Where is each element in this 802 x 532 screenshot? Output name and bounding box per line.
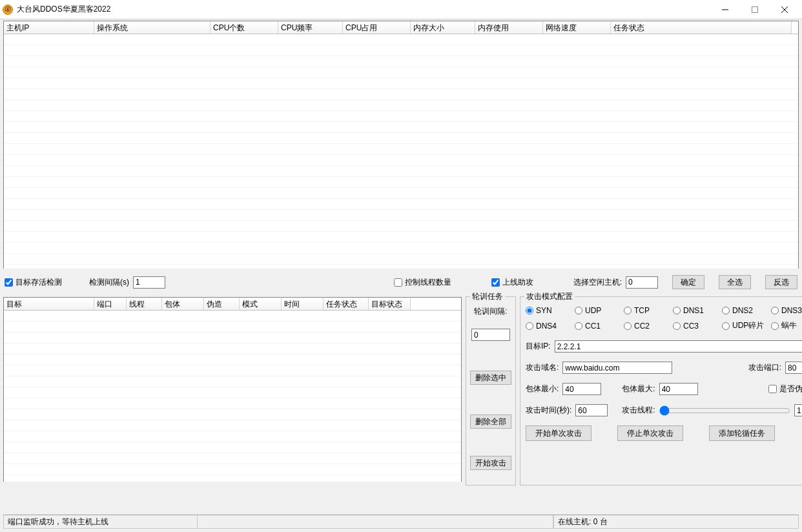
mode-radio-cc1[interactable]: CC1 (575, 320, 621, 331)
column-header[interactable]: 内存大小 (411, 21, 475, 34)
table-row[interactable] (4, 232, 798, 243)
table-row[interactable] (4, 365, 461, 376)
table-row[interactable] (4, 254, 798, 265)
table-row[interactable] (4, 111, 798, 122)
table-row[interactable] (4, 45, 798, 56)
column-header[interactable]: CPU频率 (278, 21, 343, 34)
table-row[interactable] (4, 166, 798, 177)
mode-radio-tcp[interactable]: TCP (624, 306, 670, 315)
poll-interval-input[interactable] (471, 329, 510, 341)
domain-input[interactable] (562, 362, 672, 374)
table-row[interactable] (4, 464, 461, 475)
attack-config-group: 攻击模式配置 SYNUDPTCPDNS1DNS2DNS3 DNS4CC1CC2C… (520, 296, 802, 486)
table-row[interactable] (4, 354, 461, 365)
time-input[interactable] (575, 404, 608, 416)
table-row[interactable] (4, 199, 798, 210)
invert-select-button[interactable]: 反选 (765, 275, 797, 289)
table-row[interactable] (4, 431, 461, 442)
select-all-button[interactable]: 全选 (719, 275, 751, 289)
table-row[interactable] (4, 332, 461, 343)
table-row[interactable] (4, 420, 461, 431)
mode-radio-cc2[interactable]: CC2 (624, 320, 670, 331)
idle-host-input[interactable] (626, 276, 658, 289)
table-row[interactable] (4, 56, 798, 67)
table-row[interactable] (4, 322, 461, 332)
start-attack-button[interactable]: 开始攻击 (470, 456, 511, 470)
target-list[interactable]: 目标端口线程包体伪造模式时间任务状态目标状态 (3, 297, 462, 482)
online-assist-checkbox[interactable]: 上线助攻 (491, 277, 533, 288)
table-row[interactable] (4, 376, 461, 387)
pkt-min-input[interactable] (562, 383, 601, 395)
table-row[interactable] (4, 409, 461, 420)
close-button[interactable] (770, 0, 799, 19)
mode-radio-dns3[interactable]: DNS3 (771, 306, 802, 315)
column-header[interactable]: 伪造 (204, 298, 240, 310)
table-row[interactable] (4, 311, 461, 322)
maximize-button[interactable] (740, 0, 770, 19)
interval-label: 检测间隔(s) (89, 277, 129, 288)
forge-ip-checkbox[interactable]: 是否伪造IP (768, 384, 802, 394)
table-row[interactable] (4, 243, 798, 254)
column-header[interactable]: 时间 (282, 298, 324, 310)
table-row[interactable] (4, 144, 798, 155)
column-header[interactable]: 主机IP (4, 21, 94, 34)
table-row[interactable] (4, 67, 798, 78)
table-row[interactable] (4, 78, 798, 89)
add-poll-task-button[interactable]: 添加轮循任务 (709, 425, 775, 441)
column-header[interactable]: 内存使用 (475, 21, 543, 34)
column-header[interactable]: CPU占用 (343, 21, 411, 34)
table-row[interactable] (4, 453, 461, 464)
column-header[interactable]: 任务状态 (611, 21, 792, 34)
table-row[interactable] (4, 177, 798, 188)
column-header[interactable]: 包体 (162, 298, 204, 310)
mode-radio-蜗牛[interactable]: 蜗牛 (771, 320, 802, 331)
start-single-button[interactable]: 开始单次攻击 (526, 425, 591, 441)
target-ip-input[interactable] (555, 340, 802, 353)
table-row[interactable] (4, 100, 798, 111)
column-header[interactable]: 模式 (240, 298, 282, 310)
column-header[interactable]: 线程 (127, 298, 162, 310)
interval-input[interactable] (133, 276, 165, 289)
status-mid (197, 515, 553, 529)
table-row[interactable] (4, 155, 798, 166)
delete-selected-button[interactable]: 删除选中 (470, 371, 511, 385)
column-header[interactable]: 操作系统 (94, 21, 211, 34)
pkt-max-input[interactable] (659, 383, 698, 395)
table-row[interactable] (4, 387, 461, 398)
host-list[interactable]: 主机IP操作系统CPU个数CPU频率CPU占用内存大小内存使用网络速度任务状态 (3, 21, 799, 269)
threads-value-input[interactable] (794, 404, 802, 416)
table-row[interactable] (4, 210, 798, 221)
port-input[interactable] (785, 362, 802, 374)
mode-radio-udp[interactable]: UDP (575, 306, 621, 315)
column-header[interactable]: 目标状态 (369, 298, 411, 310)
column-header[interactable]: 网络速度 (543, 21, 611, 34)
mode-radio-syn[interactable]: SYN (526, 306, 572, 315)
pkt-min-label: 包体最小: (526, 384, 559, 394)
table-row[interactable] (4, 442, 461, 453)
alive-check-checkbox[interactable]: 目标存活检测 (5, 277, 62, 288)
table-row[interactable] (4, 398, 461, 409)
table-row[interactable] (4, 221, 798, 232)
column-header[interactable]: 任务状态 (324, 298, 369, 310)
minimize-button[interactable] (710, 0, 740, 19)
column-header[interactable]: 目标 (4, 298, 94, 310)
stop-single-button[interactable]: 停止单次攻击 (617, 425, 683, 441)
mode-radio-dns1[interactable]: DNS1 (673, 306, 719, 315)
control-threads-checkbox[interactable]: 控制线程数量 (394, 277, 451, 288)
table-row[interactable] (4, 188, 798, 199)
mode-radio-dns2[interactable]: DNS2 (722, 306, 768, 315)
table-row[interactable] (4, 89, 798, 100)
column-header[interactable]: 端口 (94, 298, 127, 310)
threads-slider[interactable] (659, 405, 790, 416)
ok-button[interactable]: 确定 (672, 275, 704, 289)
mode-radio-udp碎片[interactable]: UDP碎片 (722, 320, 768, 331)
delete-all-button[interactable]: 删除全部 (470, 414, 511, 429)
table-row[interactable] (4, 343, 461, 354)
column-header[interactable]: CPU个数 (211, 21, 278, 34)
mode-radio-cc3[interactable]: CC3 (673, 320, 719, 331)
table-row[interactable] (4, 34, 798, 45)
table-row[interactable] (4, 133, 798, 144)
mode-radio-dns4[interactable]: DNS4 (526, 320, 572, 331)
table-row[interactable] (4, 122, 798, 133)
titlebar: ⦿ 大台风DDOS华夏黑客2022 (0, 0, 802, 19)
